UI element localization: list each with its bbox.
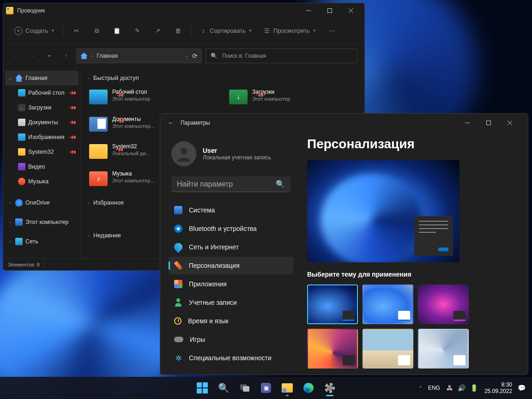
expand-icon[interactable]: ⌄ [8,76,12,80]
nav-accounts[interactable]: Учетные записи [169,294,293,311]
chat-button[interactable]: ▣ [257,379,275,397]
close-button[interactable] [340,3,362,18]
nav-apps[interactable]: Приложения [169,275,293,293]
rename-button[interactable]: ✎ [128,23,146,39]
nav-system[interactable]: Система [169,201,293,219]
sidebar-label: Документы [28,119,58,126]
copy-button[interactable]: ⧉ [87,23,106,39]
section-quick-access[interactable]: ⌄Быстрый доступ [87,74,358,81]
folder-icon [18,148,25,156]
paste-button[interactable]: 📋 [108,23,126,39]
notifications-button[interactable]: 💬 [516,384,527,392]
sort-button[interactable]: ↕ Сортировать ▼ [195,23,257,39]
nav-gaming[interactable]: Игры [169,331,293,348]
forward-button[interactable]: → [26,49,39,62]
taskbar-edge[interactable] [299,379,318,397]
user-account[interactable]: User Локальная учетная запись [169,135,293,175]
user-name: User [203,147,271,154]
settings-search[interactable]: Найти параметр 🔍 [171,176,290,192]
taskbar-settings[interactable] [320,379,339,397]
desktop-icon [18,89,25,97]
explorer-icon [6,7,13,14]
desktop-icon [89,90,108,104]
taskbar-search[interactable]: 🔍 [214,379,233,397]
explorer-titlebar[interactable]: Проводник [3,3,364,18]
folder-item-desktop[interactable]: Рабочий столЭтот компьютер📌 [87,87,218,111]
maximize-button[interactable] [319,3,340,18]
expand-icon[interactable]: › [8,239,12,244]
up-button[interactable]: ↑ [60,49,73,62]
sidebar-item-system32[interactable]: System32📌 [5,145,79,159]
pin-icon: 📌 [68,88,77,97]
expand-icon[interactable]: › [8,200,12,205]
sidebar-item-desktop[interactable]: Рабочий стол📌 [5,85,79,100]
chevron-down-icon: ▼ [248,29,252,33]
preview-card [414,216,453,256]
sidebar-item-documents[interactable]: Документы📌 [5,115,79,130]
sidebar-label: Сеть [25,238,38,245]
nav-label: Игры [190,336,205,343]
minimize-button[interactable] [298,3,319,18]
theme-option-4[interactable] [307,329,358,369]
chevron-down-icon[interactable]: ⌄ [185,54,188,58]
pc-icon [15,218,23,226]
sidebar-item-thispc[interactable]: ›Этот компьютер [5,215,79,230]
cut-button[interactable]: ✂ [67,23,85,39]
music-icon [18,178,25,185]
minimize-button[interactable] [457,115,478,130]
explorer-toolbar: + Создать ▼ ✂ ⧉ 📋 ✎ ↗ 🗑 ↕ Сортировать ▼ … [3,18,364,44]
tray-clock[interactable]: 8:30 25.09.2022 [484,381,512,395]
start-button[interactable] [193,379,212,397]
maximize-button[interactable] [478,115,499,130]
theme-preview[interactable] [307,160,459,262]
nav-label: Bluetooth и устройства [189,225,257,232]
theme-option-2[interactable] [363,284,413,324]
sidebar-label: Рабочий стол [28,90,64,96]
address-bar[interactable]: › Главная ⌄ ⟳ [76,48,202,63]
sidebar-item-home[interactable]: ⌄ Главная [5,71,79,85]
nav-accessibility[interactable]: ✲Специальные возможности [169,349,293,367]
nav-network[interactable]: Сеть и Интернет [169,238,293,256]
accessibility-icon: ✲ [174,354,182,362]
close-button[interactable] [499,115,520,130]
bluetooth-icon: ∗ [174,224,182,233]
nav-label: Время и язык [188,317,229,325]
taskbar-explorer[interactable] [278,379,296,397]
sidebar-label: Изображения [28,134,65,140]
back-button[interactable]: ← [168,119,174,127]
tray-icons[interactable]: 🖧 🔊 🔋 [444,384,481,392]
sidebar-item-pictures[interactable]: Изображения📌 [5,130,79,145]
search-placeholder: Найти параметр [177,180,233,188]
theme-option-6[interactable] [418,329,469,369]
sidebar-item-network[interactable]: ›Сеть [5,234,79,249]
section-label: Быстрый доступ [93,74,139,81]
sidebar-item-music[interactable]: Музыка [5,174,79,189]
nav-time[interactable]: Время и язык [169,312,293,330]
theme-option-1[interactable] [307,284,358,324]
new-button[interactable]: + Создать ▼ [10,23,59,39]
tray-language[interactable]: ENG [428,385,440,391]
recent-button[interactable]: ▼ [43,49,56,62]
task-view-button[interactable] [236,379,254,397]
refresh-button[interactable]: ⟳ [192,52,198,60]
sidebar-item-downloads[interactable]: Загрузки📌 [5,100,79,115]
share-button[interactable]: ↗ [148,23,167,39]
network-icon [15,238,23,245]
nav-bluetooth[interactable]: ∗Bluetooth и устройства [169,220,293,237]
sidebar-item-videos[interactable]: Видео [5,159,79,174]
system-icon [174,206,182,214]
explorer-search[interactable]: 🔍 Поиск в: Главная [206,48,358,63]
expand-icon[interactable]: › [8,220,12,224]
folder-item-downloads[interactable]: ЗагрузкиЭтот компьютер📌 [227,87,358,111]
view-button[interactable]: ☰ Просмотреть ▼ [259,23,321,39]
theme-option-5[interactable] [363,329,413,369]
nav-label: Сеть и Интернет [189,243,239,251]
theme-option-3[interactable] [418,284,469,324]
tray-chevron[interactable]: ˄ [417,383,424,393]
settings-titlebar[interactable]: ← Параметры [160,114,528,132]
delete-button[interactable]: 🗑 [169,23,187,39]
nav-personalization[interactable]: Персонализация [169,257,293,274]
back-button[interactable]: ← [10,49,23,62]
sidebar-item-onedrive[interactable]: ›OneDrive [5,195,79,210]
more-button[interactable]: ⋯ [323,23,341,39]
